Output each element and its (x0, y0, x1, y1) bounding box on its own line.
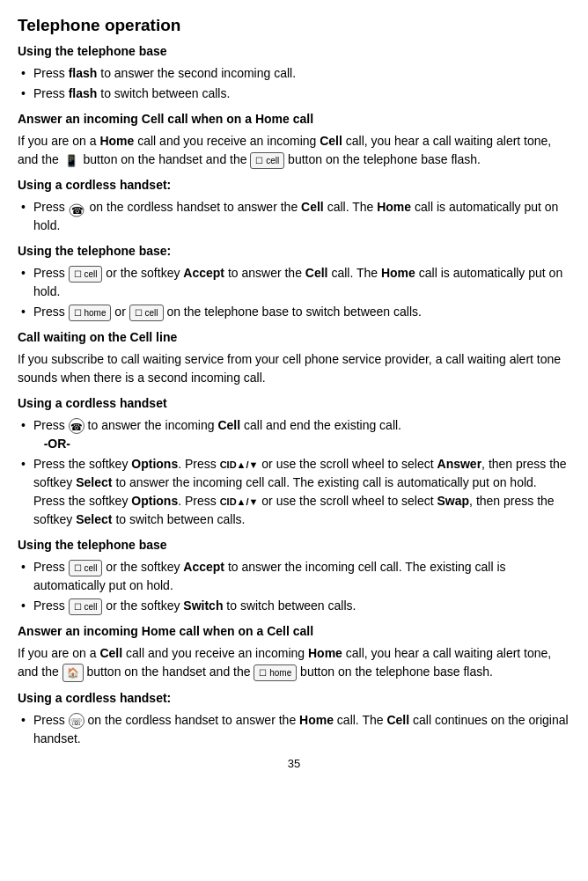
section-body-8: If you are on a Cell call and you receiv… (18, 644, 570, 682)
section-body-2: If you are on a Home call and you receiv… (18, 132, 570, 169)
cid-arrows-1: CID▲/▼ (220, 459, 259, 470)
list-item: Press ☏ on the cordless handset to answe… (18, 711, 570, 748)
svg-text:📱: 📱 (64, 153, 79, 168)
cell-btn-3: ☐ cell (69, 560, 103, 576)
list-item: Press ☐ cell or the softkey Switch to sw… (18, 597, 570, 615)
handset-home-icon: ☏ (69, 713, 85, 729)
cid-arrows-2: CID▲/▼ (220, 496, 259, 507)
cell-button-icon: ☐ cell (250, 152, 284, 169)
home-btn-1: ☐ home (69, 305, 112, 321)
section-heading-9: Using a cordless handset: (18, 689, 570, 708)
cell-btn-2: ☐ cell (129, 305, 164, 321)
list-item: Press ☐ cell or the softkey Accept to an… (18, 558, 570, 595)
list-item: Press ☐ cell or the softkey Accept to an… (18, 264, 570, 301)
handset-phone-icon-2: ☎ (69, 418, 85, 434)
section-heading-5: Call waiting on the Cell line (18, 328, 570, 347)
list-item: Press flash to answer the second incomin… (18, 64, 570, 83)
list-item: Press ☎ to answer the incoming Cell call… (18, 416, 570, 453)
list-item: Press ☐ home or ☐ cell on the telephone … (18, 303, 570, 321)
section-heading-3: Using a cordless handset: (18, 176, 570, 195)
page-number: 35 (18, 755, 570, 773)
list-item: Press the softkey Options. Press CID▲/▼ … (18, 455, 570, 529)
page-title: Telephone operation (18, 16, 570, 35)
svg-text:☎: ☎ (71, 205, 84, 216)
section-heading-7: Using the telephone base (18, 536, 570, 554)
or-label: -OR- (33, 437, 70, 451)
cell-handset-icon: 📱 (62, 152, 80, 168)
section-heading-4: Using the telephone base: (18, 242, 570, 261)
section-body-5: If you subscribe to call waiting service… (18, 350, 570, 387)
section-heading-6: Using a cordless handset (18, 394, 570, 413)
section-heading-1: Using the telephone base (18, 42, 570, 61)
cell-btn-4: ☐ cell (69, 598, 103, 615)
section-heading-2: Answer an incoming Cell call when on a H… (18, 110, 570, 128)
home-btn-2: ☐ home (254, 664, 297, 681)
cell-btn-1: ☐ cell (69, 266, 103, 283)
list-item: Press ☎ on the cordless handset to answe… (18, 198, 570, 235)
handset-phone-icon-1: ☎ (69, 200, 86, 216)
home-handset-icon: 🏠 (62, 664, 84, 682)
list-item: Press flash to switch between calls. (18, 84, 570, 103)
section-heading-8: Answer an incoming Home call when on a C… (18, 622, 570, 641)
